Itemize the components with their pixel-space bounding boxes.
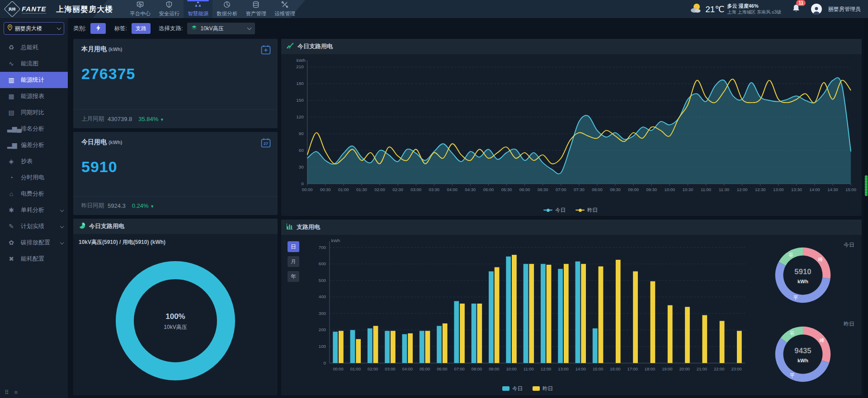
svg-text:13:00: 13:00 bbox=[558, 367, 568, 371]
svg-text:03:30: 03:30 bbox=[429, 187, 439, 192]
bell-icon bbox=[792, 6, 800, 14]
svg-text:200: 200 bbox=[319, 327, 326, 332]
legend-item-昨日[interactable]: 昨日 bbox=[533, 385, 553, 392]
svg-text:13:00: 13:00 bbox=[773, 187, 784, 192]
svg-text:20:00: 20:00 bbox=[679, 367, 689, 371]
temperature-value: 21℃ bbox=[705, 4, 724, 14]
svg-text:02:00: 02:00 bbox=[368, 367, 378, 371]
svg-text:04:30: 04:30 bbox=[465, 187, 476, 192]
collapse-menu-icon[interactable]: ≡ bbox=[14, 389, 18, 396]
asset-management-icon bbox=[252, 1, 259, 10]
sidebar-item-total-energy[interactable]: ♻总能耗 bbox=[0, 39, 68, 56]
svg-text:08:30: 08:30 bbox=[610, 187, 621, 192]
svg-text:60: 60 bbox=[299, 148, 304, 153]
sidebar-item-plan-actual[interactable]: ✎计划实绩 bbox=[0, 218, 68, 234]
smart-energy-icon bbox=[194, 1, 202, 10]
weather-widget: 21℃ 多云 湿度46% 上海 上海城区 东南风 ≤3级 bbox=[689, 2, 781, 16]
svg-text:kWh: kWh bbox=[331, 238, 340, 243]
period-button-月[interactable]: 月 bbox=[288, 256, 299, 267]
calendar-add-icon[interactable] bbox=[260, 44, 271, 57]
trend-chart-icon bbox=[287, 42, 294, 51]
nav-item-smart-energy[interactable]: 智慧能源 bbox=[184, 0, 212, 18]
nav-item-ops-management[interactable]: 运维管理 bbox=[270, 0, 299, 18]
period-button-年[interactable]: 年 bbox=[288, 271, 299, 282]
sidebar-item-carbon-config[interactable]: ✿碳排放配置 bbox=[0, 234, 68, 251]
svg-text:07:30: 07:30 bbox=[574, 187, 585, 192]
svg-text:05:00: 05:00 bbox=[420, 367, 430, 371]
svg-text:100%: 100% bbox=[165, 312, 185, 321]
svg-text:18:00: 18:00 bbox=[645, 367, 655, 371]
sidebar-item-energy-config[interactable]: ✖能耗配置 bbox=[0, 251, 68, 267]
sidebar-item-ranking-analysis[interactable]: ▃▆▄排名分析 bbox=[0, 121, 68, 137]
svg-text:16:00: 16:00 bbox=[610, 367, 620, 371]
scrollbar-thumb[interactable] bbox=[865, 175, 868, 196]
tou-donuts-column: 今日 峰平谷5910kWh 昨日 峰平谷9435kWh bbox=[749, 235, 862, 395]
svg-text:14:00: 14:00 bbox=[809, 187, 820, 192]
user-avatar[interactable] bbox=[811, 4, 822, 14]
nav-item-label: 智慧能源 bbox=[188, 10, 208, 17]
user-name[interactable]: 丽婴房管理员 bbox=[828, 5, 861, 13]
svg-text:05:00: 05:00 bbox=[483, 187, 494, 192]
legend-line-marker bbox=[576, 210, 585, 211]
sidebar-item-deviation-analysis[interactable]: ▂▆偏差分析 bbox=[0, 137, 68, 153]
sidebar-item-unit-consumption[interactable]: ✱单耗分析 bbox=[0, 202, 68, 218]
svg-text:09:00: 09:00 bbox=[489, 367, 499, 371]
grid-toggle-icon[interactable]: ⠿ bbox=[5, 389, 9, 396]
sidebar-item-period-compare[interactable]: ▤同期对比 bbox=[0, 104, 68, 121]
sidebar-item-label: 抄表 bbox=[21, 157, 33, 165]
svg-text:00:00: 00:00 bbox=[302, 187, 313, 192]
month-compare-label: 上月同期 bbox=[81, 115, 104, 123]
svg-text:10:30: 10:30 bbox=[683, 187, 693, 192]
chevron-down-icon bbox=[60, 241, 64, 244]
svg-text:谷: 谷 bbox=[790, 330, 795, 336]
svg-text:02:00: 02:00 bbox=[374, 187, 385, 192]
bar-chart-icon bbox=[287, 223, 293, 231]
page-scrollbar bbox=[864, 18, 868, 398]
nav-item-data-analysis[interactable]: 数据分析 bbox=[212, 0, 241, 18]
top-header: 风特 FANTE 上海丽婴房大楼 平台中心安全运行智慧能源数据分析资产管理运维管… bbox=[0, 0, 868, 18]
legend-item-昨日[interactable]: 昨日 bbox=[576, 207, 598, 214]
line-panel-title: 今日支路用电 bbox=[297, 42, 333, 51]
building-selector[interactable]: 丽婴房大楼 bbox=[4, 22, 64, 35]
svg-text:30: 30 bbox=[299, 164, 304, 169]
sidebar-item-meter-reading[interactable]: ◈抄表 bbox=[0, 153, 68, 169]
period-compare-icon: ▤ bbox=[7, 109, 15, 116]
sidebar-item-energy-flow[interactable]: ∿能流图 bbox=[0, 56, 68, 72]
unit-consumption-icon: ✱ bbox=[7, 206, 15, 214]
svg-text:400: 400 bbox=[319, 294, 326, 299]
branch-select[interactable]: 10kV高压 bbox=[187, 23, 255, 34]
legend-square-marker bbox=[533, 386, 540, 391]
svg-text:10:00: 10:00 bbox=[506, 367, 516, 371]
nav-item-label: 数据分析 bbox=[217, 10, 237, 17]
bar-panel-header: 支路用电 bbox=[281, 220, 862, 235]
logo-wordmark: FANTE bbox=[22, 5, 46, 14]
legend-item-今日[interactable]: 今日 bbox=[502, 385, 523, 392]
sidebar-item-tou-power[interactable]: ◔分时用电 bbox=[0, 169, 68, 186]
tag-branch-button[interactable]: 支路 bbox=[132, 23, 151, 34]
nav-item-platform-center[interactable]: 平台中心 bbox=[126, 0, 155, 18]
nav-item-asset-management[interactable]: 资产管理 bbox=[241, 0, 270, 18]
calendar-day-icon[interactable]: 27 bbox=[260, 137, 271, 150]
svg-text:5910: 5910 bbox=[794, 267, 811, 276]
legend-item-今日[interactable]: 今日 bbox=[543, 207, 566, 214]
header-right-cluster: 21℃ 多云 湿度46% 上海 上海城区 东南风 ≤3级 11 bbox=[689, 2, 868, 16]
notifications-button[interactable]: 11 bbox=[788, 4, 805, 14]
filter-bar: 类别: 标签: 支路 选择支路: 10kV高压 bbox=[73, 18, 862, 39]
bar-panel-title: 支路用电 bbox=[297, 223, 320, 231]
meter-reading-icon: ◈ bbox=[7, 158, 15, 165]
svg-text:11:00: 11:00 bbox=[524, 367, 534, 371]
category-electric-button[interactable] bbox=[90, 23, 106, 34]
svg-text:700: 700 bbox=[319, 245, 326, 250]
period-button-日[interactable]: 日 bbox=[288, 241, 299, 252]
sidebar-item-energy-report[interactable]: ▦能源报表 bbox=[0, 88, 68, 104]
svg-text:10kV高压: 10kV高压 bbox=[164, 324, 187, 330]
nav-item-safe-operation[interactable]: 安全运行 bbox=[155, 0, 184, 18]
sidebar-item-energy-statistics[interactable]: ▥能源统计 bbox=[0, 72, 68, 88]
svg-text:500: 500 bbox=[319, 278, 326, 283]
chevron-down-icon bbox=[60, 225, 64, 228]
safe-operation-icon bbox=[165, 1, 173, 10]
ranking-analysis-icon: ▃▆▄ bbox=[7, 125, 15, 132]
sidebar-item-label: 偏差分析 bbox=[21, 141, 44, 149]
sidebar-item-electricity-fee[interactable]: ⌂电费分析 bbox=[0, 186, 68, 202]
weather-detail: 多云 湿度46% 上海 上海城区 东南风 ≤3级 bbox=[727, 3, 781, 15]
